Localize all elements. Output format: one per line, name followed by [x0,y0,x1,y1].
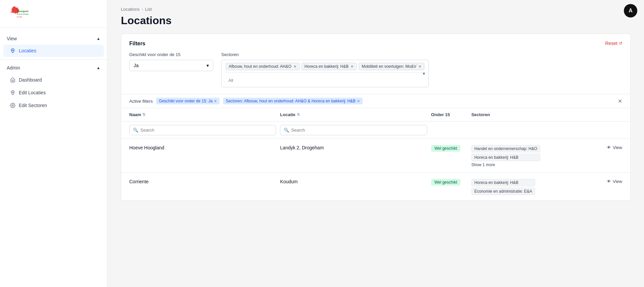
main-content: Locations › List Locations Filters Reset… [107,0,644,287]
row-0-view-button[interactable]: 👁 View [607,145,622,150]
sectoren-search-input[interactable] [226,77,424,84]
data-table: Naam ⇅ Locatie ⇅ Onder 15 Sectoren 🔍 🔍 [121,108,631,201]
view-eye-icon: 👁 [607,145,611,150]
filters-row: Geschikt voor onder de 15 Ja ▾ Sectoren … [129,52,622,87]
svg-text:Fryslân: Fryslân [17,16,22,18]
row-1-sector-0: Horeca en bakkerij: H&B [471,179,535,186]
sidebar-item-edit-sectoren[interactable]: Edit Sectoren [3,99,104,111]
row-1-onder15: Wel geschikt [431,178,471,186]
row-0-onder15: Wel geschikt [431,144,471,152]
table-row: Hoeve Hoogland Landyk 2, Drogeham Wel ge… [121,139,630,173]
filter-group-sectoren: Sectoren Afbouw, hout en onderhoud: AH&O… [221,52,429,87]
logo-icon: Steunpunt Zorg & Onderwijs Fryslân [7,5,29,22]
svg-point-3 [12,50,13,51]
sidebar-item-edit-locaties[interactable]: Edit Locaties [3,87,104,99]
view-section-label: View [7,36,17,41]
active-filter-chip-1[interactable]: Sectoren: Afbouw, hout en onderhoud: AH&… [223,98,363,104]
row-1-sectoren: Horeca en bakkerij: H&B Economie en admi… [471,179,535,195]
top-bar: A [617,0,644,21]
naam-search-input[interactable] [140,128,272,133]
geschikt-label: Geschikt voor onder de 15 [129,52,213,57]
sidebar-edit-locaties-label: Edit Locaties [19,90,46,95]
row-0-sector-1: Horeca en bakkerij: H&B [471,154,540,161]
naam-search-wrap: 🔍 [129,125,276,135]
page-title: Locations [121,14,631,27]
sidebar-section-admin[interactable]: Admin ▲ [0,62,107,73]
row-0-show-more[interactable]: Show 1 more [471,162,540,167]
dropdown-chevron-icon: ▾ [206,63,209,68]
sectoren-expand-icon[interactable]: ▾ [423,71,425,76]
onder15-search-empty [431,125,471,135]
geschikt-dropdown[interactable]: Ja ▾ [129,60,213,71]
sidebar-item-dashboard[interactable]: Dashboard [3,74,104,86]
sidebar-divider [0,59,107,60]
breadcrumb-locations[interactable]: Locations [121,7,140,12]
svg-text:Steunpunt: Steunpunt [17,10,29,13]
view-eye-icon-1: 👁 [607,179,611,184]
filters-panel: Filters Reset ↺ Geschikt voor onder de 1… [121,34,631,94]
locatie-search-input[interactable] [291,128,423,133]
edit-location-icon [10,90,15,95]
table-search-row: 🔍 🔍 [121,122,630,139]
sectoren-tags: Afbouw, hout en onderhoud: AH&O ✕ Horeca… [226,63,424,70]
user-avatar[interactable]: A [624,4,637,17]
row-0-locatie: Landyk 2, Drogeham [280,144,431,150]
sectoren-tag-1-remove[interactable]: ✕ [351,64,354,69]
row-1-sector-1: Economie en administratie: E&A [471,188,535,195]
sidebar-section-view[interactable]: View ▲ [0,33,107,44]
breadcrumb-list: List [145,7,152,12]
filter-group-geschikt: Geschikt voor onder de 15 Ja ▾ [129,52,213,71]
row-0-sectoren: Handel en ondernemerschap: H&O Horeca en… [471,145,540,167]
col-header-onder15: Onder 15 [431,112,471,117]
row-1-sectoren-view: Horeca en bakkerij: H&B Economie en admi… [471,178,622,195]
sectoren-tag-2-remove[interactable]: ✕ [418,64,421,69]
sidebar: Steunpunt Zorg & Onderwijs Fryslân View … [0,0,107,287]
active-filter-chip-1-remove[interactable]: ✕ [357,99,360,103]
active-filters-bar: Active filters Geschikt voor onder de 15… [121,94,631,108]
row-1-locatie: Koudum [280,178,431,184]
col-header-locatie[interactable]: Locatie ⇅ [280,112,431,117]
naam-sort-icon: ⇅ [142,112,145,117]
locatie-search-wrap: 🔍 [280,125,427,135]
col-header-naam[interactable]: Naam ⇅ [129,112,280,117]
reset-button[interactable]: Reset ↺ [605,41,622,46]
row-0-sector-0: Handel en ondernemerschap: H&O [471,145,540,152]
row-0-naam: Hoeve Hoogland [129,144,280,150]
locatie-sort-icon: ⇅ [297,112,300,117]
breadcrumb-separator: › [142,7,143,12]
table-row: Corriente Koudum Wel geschikt Horeca en … [121,173,630,200]
active-filter-chip-0[interactable]: Geschikt voor onder de 15: Ja ✕ [156,98,220,104]
sectoren-tag-0-remove[interactable]: ✕ [293,64,296,69]
geschikt-value: Ja [134,63,139,68]
svg-point-5 [12,105,13,106]
admin-section-label: Admin [7,65,20,70]
sidebar-dashboard-label: Dashboard [19,77,42,83]
sectoren-label: Sectoren [221,52,429,57]
filters-title: Filters [129,41,622,47]
sidebar-navigation: View ▲ Locaties Admin ▲ Dashboard [0,28,107,287]
sidebar-edit-sectoren-label: Edit Sectoren [19,103,47,108]
svg-text:Zorg & Onderwijs: Zorg & Onderwijs [17,13,29,15]
view-section-chevron: ▲ [96,36,100,41]
active-filters-label: Active filters [129,99,153,104]
sidebar-logo: Steunpunt Zorg & Onderwijs Fryslân [0,0,107,28]
table-header: Naam ⇅ Locatie ⇅ Onder 15 Sectoren [121,108,630,122]
reset-icon: ↺ [619,41,622,46]
location-icon [10,48,15,53]
sectoren-tag-0: Afbouw, hout en onderhoud: AH&O ✕ [226,63,300,70]
clear-all-filters-button[interactable]: ✕ [618,98,622,104]
admin-section-chevron: ▲ [96,65,100,70]
row-1-naam: Corriente [129,178,280,184]
row-1-view-button[interactable]: 👁 View [607,179,622,184]
sidebar-locaties-label: Locaties [19,48,36,53]
col-header-sectoren: Sectoren [471,112,622,117]
edit-sectoren-icon [10,103,15,108]
locatie-search-icon: 🔍 [284,128,289,133]
sectoren-tag-2: Mobiliteit en voertuigen: Mo&V ✕ [359,63,424,70]
sectoren-box[interactable]: Afbouw, hout en onderhoud: AH&O ✕ Horeca… [221,60,429,87]
sidebar-item-locaties[interactable]: Locaties [3,45,104,57]
sectoren-search-empty [475,125,622,135]
row-0-sectoren-view: Handel en ondernemerschap: H&O Horeca en… [471,144,622,167]
sectoren-tag-1: Horeca en bakkerij: H&B ✕ [302,63,357,70]
active-filter-chip-0-remove[interactable]: ✕ [214,99,217,103]
